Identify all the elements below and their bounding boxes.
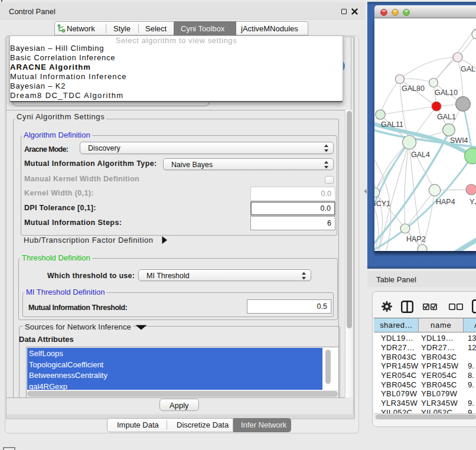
svg-text:HAP2: HAP2: [406, 235, 426, 243]
svg-text:SWI4: SWI4: [450, 136, 468, 145]
svg-text:GAL10: GAL10: [435, 89, 458, 97]
svg-text:GAL1: GAL1: [437, 113, 456, 121]
svg-text:GAL4: GAL4: [411, 151, 430, 159]
svg-text:GAL11: GAL11: [381, 120, 403, 129]
svg-text:GCY1: GCY1: [374, 200, 390, 208]
svg-text:HAP4: HAP4: [436, 198, 455, 206]
svg-text:YJ: YJ: [470, 198, 476, 206]
svg-text:GAL80: GAL80: [402, 84, 425, 93]
svg-text:GAL7: GAL7: [461, 65, 476, 73]
